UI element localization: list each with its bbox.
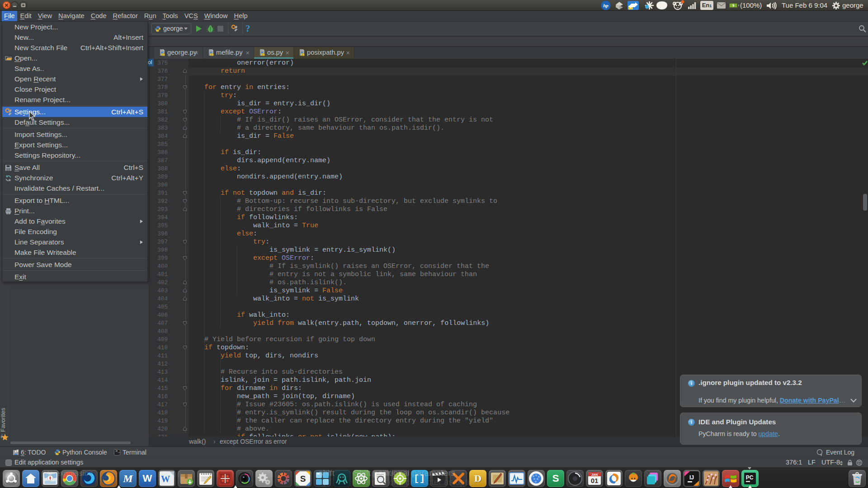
svg-text:01: 01: [591, 477, 599, 484]
svg-text:IJ: IJ: [689, 474, 694, 481]
svg-text:JAN: JAN: [591, 473, 598, 476]
svg-text:hp: hp: [603, 3, 609, 8]
svg-text:W: W: [161, 474, 170, 484]
svg-text:PC: PC: [746, 474, 754, 481]
svg-text:S: S: [300, 474, 306, 483]
